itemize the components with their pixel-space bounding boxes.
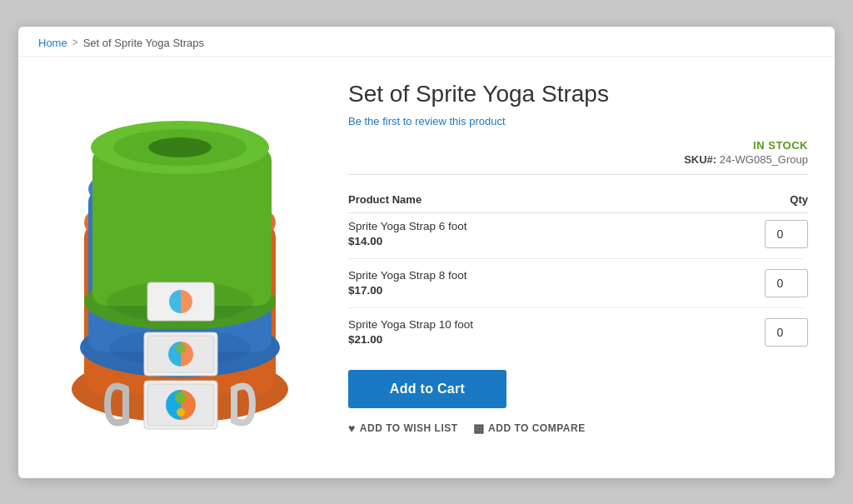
svg-point-12 [148, 137, 212, 157]
breadcrumb-current-page: Set of Sprite Yoga Straps [83, 37, 204, 49]
qty-input-1[interactable] [765, 269, 808, 297]
product-image [51, 89, 309, 447]
sku-row: SKU#: 24-WG085_Group [348, 153, 808, 166]
table-row: Sprite Yoga Strap 6 foot $14.00 [348, 213, 808, 252]
col-header-product-name: Product Name [348, 187, 693, 213]
qty-cell [693, 262, 808, 301]
svg-point-17 [177, 408, 185, 417]
variant-name: Sprite Yoga Strap 10 foot [348, 318, 688, 331]
product-image-wrapper [47, 85, 313, 452]
qty-cell [693, 312, 808, 350]
sku-value: 24-WG085_Group [720, 153, 808, 166]
qty-input-0[interactable] [765, 220, 808, 248]
col-header-qty: Qty [693, 187, 808, 213]
sku-label: SKU#: [684, 153, 716, 166]
heart-icon: ♥ [348, 422, 356, 435]
variant-name: Sprite Yoga Strap 6 foot [348, 220, 688, 232]
product-image-column [38, 77, 322, 452]
breadcrumb-home-link[interactable]: Home [38, 37, 67, 49]
product-name-cell: Sprite Yoga Strap 8 foot $17.00 [348, 262, 693, 301]
product-info-column: Set of Sprite Yoga Straps Be the first t… [348, 77, 808, 436]
breadcrumb: Home > Set of Sprite Yoga Straps [18, 27, 835, 57]
product-name-cell: Sprite Yoga Strap 6 foot $14.00 [348, 213, 693, 252]
table-row: Sprite Yoga Strap 10 foot $21.00 [348, 312, 808, 350]
product-page-window: Home > Set of Sprite Yoga Straps [18, 27, 835, 478]
secondary-actions: ♥ ADD TO WISH LIST ▩ ADD TO COMPARE [348, 422, 808, 435]
review-link[interactable]: Be the first to review this product [348, 115, 506, 127]
qty-input-2[interactable] [765, 318, 808, 347]
variant-price: $21.00 [348, 333, 688, 346]
stock-sku-area: IN STOCK SKU#: 24-WG085_Group [348, 139, 808, 166]
variant-name: Sprite Yoga Strap 8 foot [348, 269, 688, 282]
table-row: Sprite Yoga Strap 8 foot $17.00 [348, 262, 808, 301]
add-to-wishlist-button[interactable]: ♥ ADD TO WISH LIST [348, 422, 458, 435]
variants-table: Product Name Qty Sprite Yoga Strap 6 foo… [348, 187, 808, 350]
svg-point-16 [175, 392, 187, 403]
add-to-cart-button[interactable]: Add to Cart [348, 370, 506, 408]
add-to-compare-button[interactable]: ▩ ADD TO COMPARE [473, 422, 586, 435]
product-title: Set of Sprite Yoga Straps [348, 80, 808, 108]
compare-icon: ▩ [473, 422, 485, 435]
product-name-cell: Sprite Yoga Strap 10 foot $21.00 [348, 312, 693, 350]
variant-price: $17.00 [348, 284, 688, 297]
product-layout: Set of Sprite Yoga Straps Be the first t… [18, 57, 835, 478]
breadcrumb-separator: > [72, 37, 78, 48]
variant-price: $14.00 [348, 235, 688, 247]
svg-point-23 [176, 343, 186, 353]
divider [348, 174, 808, 175]
stock-status: IN STOCK [348, 139, 808, 152]
qty-cell [693, 213, 808, 252]
